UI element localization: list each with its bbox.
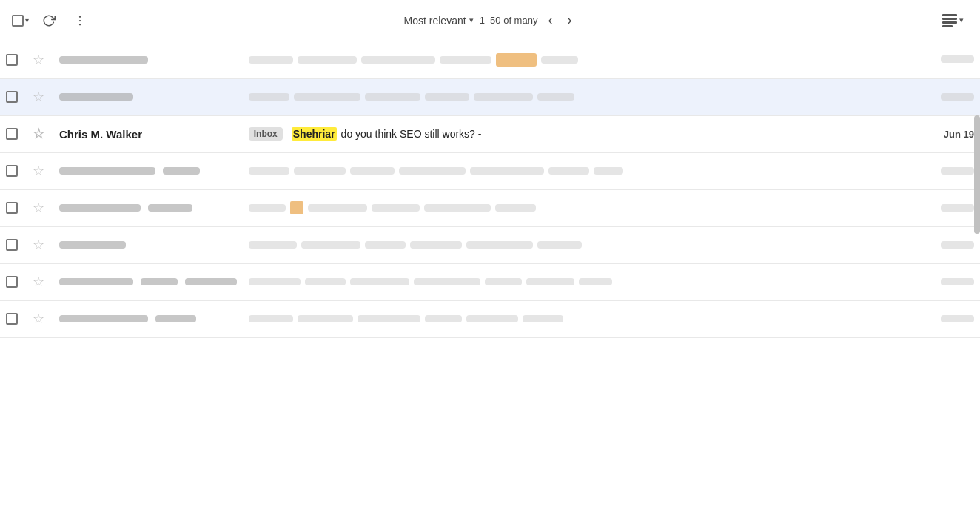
date-blurred — [941, 204, 974, 212]
subject-blurred-3 — [372, 204, 420, 212]
table-row[interactable]: ☆ Chris M. Walker Inbox Shehriar do you … — [0, 115, 980, 152]
subject-line — [249, 241, 915, 249]
email-list: ☆ — [0, 41, 980, 338]
subject-line — [249, 201, 915, 214]
row-checkbox[interactable] — [6, 202, 18, 214]
subject-blurred-2 — [294, 93, 360, 101]
next-page-button[interactable]: › — [563, 10, 576, 31]
sort-dropdown-arrow[interactable]: ▾ — [469, 16, 474, 25]
star-icon[interactable]: ☆ — [33, 274, 44, 289]
sender-blurred — [59, 204, 141, 212]
table-row[interactable]: ☆ — [0, 300, 980, 337]
sender-blurred — [59, 278, 133, 285]
subject-blurred-3 — [365, 241, 406, 249]
subject-blurred-6 — [537, 241, 582, 249]
subject-blurred-5 — [466, 315, 518, 322]
subject-blurred-4 — [425, 93, 469, 101]
table-row[interactable]: ☆ — [0, 226, 980, 263]
subject-blurred-3 — [358, 315, 420, 322]
subject-blurred-2 — [294, 167, 346, 175]
table-row[interactable]: ☆ — [0, 152, 980, 189]
sender-blurred — [59, 241, 126, 249]
subject-blurred-1 — [249, 315, 293, 322]
select-all-container[interactable]: ▾ — [12, 15, 29, 27]
subject-line: Inbox Shehriar do you think SEO still wo… — [249, 127, 915, 141]
svg-point-2 — [79, 24, 81, 25]
subject-blurred-1 — [249, 241, 297, 249]
date-blurred — [941, 315, 974, 322]
date-blurred — [941, 55, 974, 63]
email-list-container: ☆ — [0, 41, 980, 338]
table-row[interactable]: ☆ — [0, 78, 980, 115]
subject-blurred-6 — [526, 278, 574, 285]
subject-blurred-1 — [249, 204, 286, 212]
subject-blurred-2 — [305, 278, 346, 285]
email-date: Jun 19 — [944, 129, 974, 140]
display-density-button[interactable]: ▾ — [938, 10, 968, 32]
star-icon[interactable]: ☆ — [33, 200, 44, 215]
row-checkbox[interactable] — [6, 239, 18, 251]
scrollbar[interactable] — [974, 115, 980, 234]
row-checkbox[interactable] — [6, 91, 18, 103]
subject-blurred-2 — [301, 241, 360, 249]
prev-page-button[interactable]: ‹ — [543, 10, 557, 31]
subject-blurred-5 — [470, 167, 544, 175]
subject-highlight: Shehriar — [292, 127, 337, 141]
subject-blurred-4 — [425, 315, 462, 322]
star-icon[interactable]: ☆ — [33, 89, 44, 104]
subject-blurred-3 — [350, 278, 409, 285]
pagination-text: 1–50 of many — [480, 15, 538, 26]
sender-blurred — [59, 93, 133, 101]
more-options-button[interactable] — [69, 10, 91, 32]
row-checkbox[interactable] — [6, 128, 18, 140]
row-checkbox[interactable] — [6, 313, 18, 325]
subject-blurred-4 — [440, 56, 491, 64]
star-icon[interactable]: ☆ — [33, 237, 44, 252]
subject-line — [249, 278, 915, 285]
subject-blurred-7 — [579, 278, 612, 285]
sender-blurred-2 — [141, 278, 178, 285]
subject-blurred-1 — [249, 93, 289, 101]
row-checkbox[interactable] — [6, 165, 18, 177]
date-blurred — [941, 167, 974, 175]
table-row[interactable]: ☆ — [0, 263, 980, 300]
subject-line — [249, 93, 915, 101]
sender-blurred-2 — [148, 204, 192, 212]
display-density-dropdown-arrow[interactable]: ▾ — [959, 16, 964, 25]
row-checkbox[interactable] — [6, 54, 18, 66]
subject-blurred-6 — [523, 315, 563, 322]
svg-point-0 — [79, 16, 81, 17]
star-icon[interactable]: ☆ — [33, 53, 44, 67]
select-all-dropdown-arrow[interactable]: ▾ — [25, 16, 29, 24]
subject-blurred-1 — [249, 56, 293, 64]
subject-blurred-4 — [399, 167, 466, 175]
star-icon[interactable]: ☆ — [33, 126, 44, 141]
sender-blurred-2 — [163, 167, 200, 175]
subject-orange-highlight — [496, 53, 537, 67]
subject-blurred-6 — [548, 167, 589, 175]
sender-blurred — [59, 167, 155, 175]
subject-blurred-1 — [249, 278, 301, 285]
star-icon[interactable]: ☆ — [33, 163, 44, 178]
subject-blurred-7 — [594, 167, 623, 175]
subject-blurred-5 — [495, 204, 536, 212]
subject-blurred-1 — [249, 167, 289, 175]
subject-orange — [290, 201, 303, 214]
subject-blurred-5 — [485, 278, 522, 285]
subject-blurred-4 — [410, 241, 462, 249]
svg-point-1 — [79, 19, 81, 21]
star-icon[interactable]: ☆ — [33, 311, 44, 326]
sender-blurred — [59, 56, 148, 64]
subject-blurred-5 — [466, 241, 533, 249]
select-all-checkbox[interactable] — [12, 15, 24, 27]
refresh-button[interactable] — [38, 10, 60, 32]
subject-blurred-4 — [414, 278, 480, 285]
subject-rest: do you think SEO still works? - — [341, 128, 482, 140]
subject-blurred-2 — [308, 204, 367, 212]
row-checkbox[interactable] — [6, 276, 18, 288]
sender-name: Chris M. Walker — [59, 128, 142, 141]
table-row[interactable]: ☆ — [0, 189, 980, 226]
date-blurred — [941, 241, 974, 249]
table-row[interactable]: ☆ — [0, 41, 980, 78]
sort-button[interactable]: Most relevant ▾ — [404, 15, 474, 27]
